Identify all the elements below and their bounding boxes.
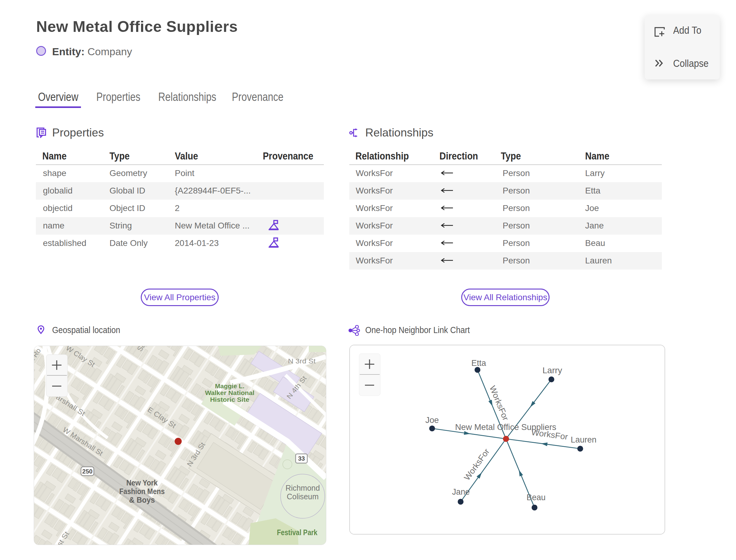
svg-text:Coliseum: Coliseum — [287, 492, 319, 501]
svg-text:33: 33 — [298, 455, 305, 462]
svg-text:N 3rd St: N 3rd St — [288, 357, 316, 365]
svg-text:Joe: Joe — [425, 415, 439, 425]
svg-text:Maggie L.: Maggie L. — [215, 382, 244, 389]
svg-text:Etta: Etta — [471, 358, 486, 368]
svg-text:250: 250 — [82, 468, 92, 475]
svg-text:Jane: Jane — [452, 487, 470, 497]
svg-text:Larry: Larry — [542, 366, 562, 375]
svg-text:Richmond: Richmond — [286, 483, 320, 493]
svg-text:New York: New York — [126, 478, 158, 487]
svg-text:Festival Park: Festival Park — [277, 528, 317, 537]
svg-text:Walker National: Walker National — [205, 389, 255, 396]
svg-text:Historic Site: Historic Site — [210, 396, 249, 403]
svg-text:Fashion Mens: Fashion Mens — [119, 487, 165, 496]
svg-text:Beau: Beau — [527, 493, 546, 502]
svg-text:Lauren: Lauren — [571, 435, 596, 444]
svg-text:& Boys: & Boys — [129, 496, 155, 504]
